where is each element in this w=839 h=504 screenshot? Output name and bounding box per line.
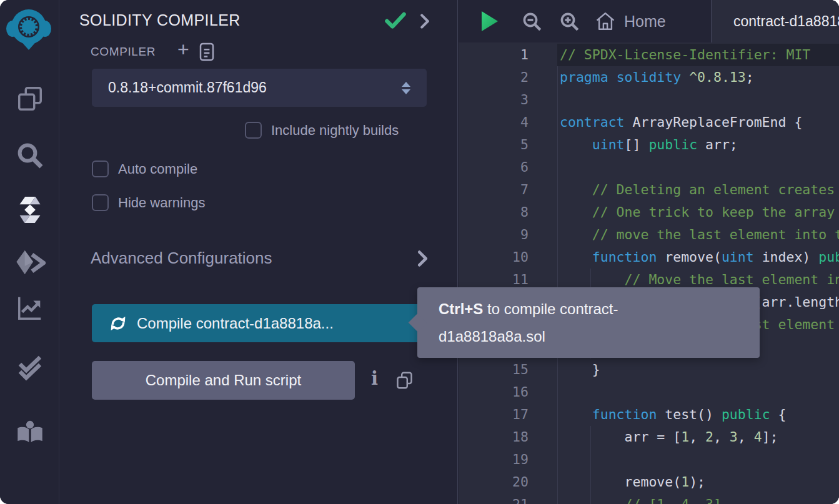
vertical-icon-panel [0, 0, 59, 504]
remix-ide-window: SOLIDITY COMPILER COMPILER + 0.8.18+comm… [0, 0, 839, 504]
select-updown-icon [402, 82, 410, 94]
code-line[interactable]: 15 } [459, 358, 839, 381]
code-line[interactable]: 18 arr = [1, 2, 3, 4]; [459, 426, 839, 448]
analytics-icon[interactable] [0, 289, 59, 327]
tooltip-line-1: Ctrl+S to compile contract- [439, 295, 760, 323]
line-content [557, 156, 839, 179]
deploy-and-run-icon[interactable] [0, 244, 59, 282]
checkbox-box[interactable] [245, 122, 262, 139]
line-number: 9 [459, 224, 557, 246]
code-area[interactable]: 1// SPDX-License-Identifier: MIT2pragma … [459, 42, 839, 504]
line-content: pragma solidity ^0.8.13; [557, 66, 839, 89]
refresh-icon [109, 315, 127, 332]
line-number: 1 [459, 44, 557, 66]
copy-icon[interactable] [396, 371, 413, 392]
advanced-configurations-label: Advanced Configurations [91, 249, 417, 268]
code-line[interactable]: 1// SPDX-License-Identifier: MIT [459, 44, 839, 66]
code-line[interactable]: 19 [459, 448, 839, 471]
include-nightly-checkbox[interactable]: Include nightly builds [245, 122, 399, 139]
line-content: contract ArrayReplaceFromEnd { [557, 111, 839, 134]
line-number: 10 [459, 246, 557, 269]
tab-contract-file[interactable]: contract-d1a8818a8a.sol [712, 0, 839, 42]
advanced-configurations-toggle[interactable]: Advanced Configurations [91, 249, 428, 268]
line-content: // One trick to keep the array compact i… [557, 201, 839, 224]
line-content: remove(1); [557, 471, 839, 493]
code-line[interactable]: 7 // Deleting an element creates a gap i… [459, 179, 839, 201]
include-nightly-label: Include nightly builds [271, 122, 399, 139]
solidity-compiler-panel: SOLIDITY COMPILER COMPILER + 0.8.18+comm… [60, 0, 458, 504]
tooltip-line-2: d1a8818a8a.sol [439, 323, 760, 350]
code-line[interactable]: 4contract ArrayReplaceFromEnd { [459, 111, 839, 134]
code-line[interactable]: 17 function test() public { [459, 403, 839, 426]
compiler-version-select[interactable]: 0.8.18+commit.87f61d96 [92, 69, 427, 107]
panel-collapse-chevron-icon[interactable] [420, 14, 430, 31]
tab-home[interactable]: Home [595, 0, 666, 42]
compiler-version-value: 0.8.18+commit.87f61d96 [108, 79, 402, 96]
line-number: 17 [459, 403, 557, 426]
compile-and-run-script-button[interactable]: Compile and Run script [92, 361, 355, 400]
compile-shortcut-tooltip: Ctrl+S to compile contract- d1a8818a8a.s… [417, 287, 760, 358]
compiler-section-label: COMPILER [91, 45, 156, 59]
search-icon[interactable] [0, 137, 59, 174]
auto-compile-label: Auto compile [118, 161, 197, 177]
add-compiler-icon[interactable]: + [177, 38, 189, 61]
code-line[interactable]: 8 // One trick to keep the array compact… [459, 201, 839, 224]
compile-button-label: Compile contract-d1a8818a... [137, 315, 334, 332]
line-content: // [1, 4, 3] [557, 493, 839, 504]
chevron-right-icon [417, 250, 428, 267]
line-content: // move the last element into the place … [557, 224, 839, 246]
line-number: 6 [459, 156, 557, 179]
tooltip-shortcut: Ctrl+S [439, 300, 483, 317]
code-line[interactable]: 10 function remove(uint index) public { [459, 246, 839, 269]
line-content: arr = [1, 2, 3, 4]; [557, 426, 839, 448]
home-tab-label: Home [624, 12, 666, 31]
run-script-play-icon[interactable] [479, 10, 500, 35]
code-line[interactable]: 20 remove(1); [459, 471, 839, 493]
compiler-doc-icon[interactable] [199, 42, 215, 64]
line-number: 19 [459, 448, 557, 471]
indent-guide [557, 66, 558, 504]
line-number: 3 [459, 89, 557, 111]
line-number: 21 [459, 493, 557, 504]
code-line[interactable]: 16 [459, 381, 839, 403]
run-script-label: Compile and Run script [146, 372, 301, 388]
code-line[interactable]: 9 // move the last element into the plac… [459, 224, 839, 246]
auto-compile-checkbox[interactable]: Auto compile [92, 161, 197, 177]
compile-success-check-icon [384, 11, 407, 32]
line-content: // SPDX-License-Identifier: MIT [557, 44, 839, 66]
hide-warnings-label: Hide warnings [118, 195, 205, 211]
code-line[interactable]: 2pragma solidity ^0.8.13; [459, 66, 839, 89]
line-content: } [557, 358, 839, 381]
line-number: 7 [459, 179, 557, 201]
panel-title: SOLIDITY COMPILER [79, 11, 241, 29]
zoom-in-icon[interactable] [559, 11, 581, 36]
file-explorer-icon[interactable] [0, 80, 59, 117]
checkbox-box[interactable] [92, 161, 109, 177]
indent-guide [590, 426, 591, 504]
compile-button[interactable]: Compile contract-d1a8818a... [92, 304, 427, 342]
code-editor: 1// SPDX-License-Identifier: MIT2pragma … [459, 0, 839, 504]
home-icon [595, 11, 616, 32]
code-line[interactable]: 5 uint[] public arr; [459, 134, 839, 156]
code-line[interactable]: 3 [459, 89, 839, 111]
checkbox-box[interactable] [92, 194, 109, 211]
info-icon[interactable]: i [371, 368, 378, 389]
solidity-compiler-icon[interactable] [0, 191, 59, 229]
line-number: 16 [459, 381, 557, 403]
line-content [557, 381, 839, 403]
line-number: 15 [459, 358, 557, 381]
zoom-out-icon[interactable] [521, 11, 544, 36]
code-line[interactable]: 6 [459, 156, 839, 179]
line-number: 20 [459, 471, 557, 493]
hide-warnings-checkbox[interactable]: Hide warnings [92, 194, 205, 211]
unit-testing-icon[interactable] [0, 348, 59, 386]
remix-logo-icon[interactable] [5, 6, 52, 54]
code-line[interactable]: 21 // [1, 4, 3] [459, 493, 839, 504]
line-number: 18 [459, 426, 557, 448]
learneth-book-icon[interactable] [0, 413, 59, 451]
line-number: 4 [459, 111, 557, 134]
line-content: function remove(uint index) public { [557, 246, 839, 269]
editor-tab-bar: Home contract-d1a8818a8a.sol [459, 0, 839, 42]
contract-tab-label: contract-d1a8818a8a.sol [733, 13, 839, 30]
line-content: uint[] public arr; [557, 134, 839, 156]
